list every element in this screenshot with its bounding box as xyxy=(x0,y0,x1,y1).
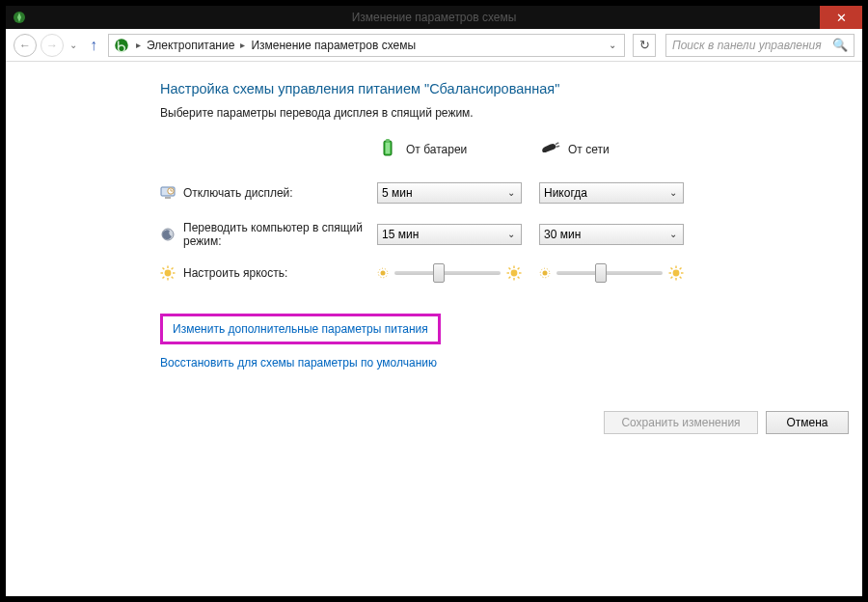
col-plugged-label: От сети xyxy=(568,143,610,156)
nav-bar: ← → ⌄ ↑ ▸ Электропитание ▸ Изменение пар… xyxy=(6,29,862,62)
col-battery-label: От батареи xyxy=(406,143,467,156)
svg-line-28 xyxy=(518,268,520,270)
chevron-right-icon: ▸ xyxy=(136,40,141,50)
breadcrumb-item-1[interactable]: Электропитание xyxy=(147,39,234,52)
footer-bar: Сохранить изменения Отмена xyxy=(0,403,868,446)
row-brightness: Настроить яркость: xyxy=(160,265,804,281)
sleep-plugged-select[interactable]: 30 мин ⌄ xyxy=(539,224,684,245)
sun-big-icon xyxy=(668,265,684,281)
search-placeholder: Поиск в панели управления xyxy=(672,39,822,52)
restore-defaults-link[interactable]: Восстановить для схемы параметры по умол… xyxy=(160,356,437,369)
control-panel-icon xyxy=(113,37,130,54)
title-bar: Изменение параметров схемы ✕ xyxy=(6,6,862,29)
window-title: Изменение параметров схемы xyxy=(6,11,862,24)
sleep-battery-select[interactable]: 15 мин ⌄ xyxy=(377,224,522,245)
page-subtext: Выберите параметры перевода дисплея в сп… xyxy=(160,106,804,120)
chevron-down-icon: ⌄ xyxy=(507,229,515,239)
display-off-plugged-select[interactable]: Никогда ⌄ xyxy=(539,182,684,204)
breadcrumb-item-2[interactable]: Изменение параметров схемы xyxy=(251,39,416,52)
svg-line-26 xyxy=(518,277,520,279)
svg-rect-7 xyxy=(165,197,171,199)
battery-icon xyxy=(377,137,398,161)
svg-line-14 xyxy=(163,268,165,270)
advanced-settings-link[interactable]: Изменить дополнительные параметры питани… xyxy=(173,322,428,336)
sun-icon xyxy=(160,265,176,281)
col-plugged: От сети xyxy=(539,137,684,161)
sun-small-icon xyxy=(377,267,389,279)
close-button[interactable]: ✕ xyxy=(820,6,862,29)
svg-line-16 xyxy=(163,277,165,279)
sleep-label: Переводить компьютер в спящий режим: xyxy=(183,221,366,248)
svg-line-27 xyxy=(509,277,511,279)
breadcrumb-dropdown[interactable]: ⌄ xyxy=(605,40,620,50)
breadcrumb[interactable]: ▸ Электропитание ▸ Изменение параметров … xyxy=(108,34,625,57)
brightness-battery-slider[interactable] xyxy=(377,265,522,281)
svg-line-37 xyxy=(680,277,682,279)
row-sleep: Переводить компьютер в спящий режим: 15 … xyxy=(160,221,804,248)
plug-icon xyxy=(539,137,560,161)
monitor-icon xyxy=(160,185,176,201)
title-buttons: ✕ xyxy=(820,6,862,29)
refresh-button[interactable]: ↻ xyxy=(633,34,656,57)
column-headers: От батареи От сети xyxy=(160,137,804,161)
sun-big-icon xyxy=(506,265,522,281)
svg-line-38 xyxy=(671,277,673,279)
sun-small-icon xyxy=(539,267,551,279)
app-icon xyxy=(12,10,27,25)
svg-line-15 xyxy=(172,277,174,279)
slider-track[interactable] xyxy=(556,271,663,275)
svg-line-39 xyxy=(680,268,682,270)
save-button[interactable]: Сохранить изменения xyxy=(604,411,758,434)
links: Изменить дополнительные параметры питани… xyxy=(160,314,804,381)
chevron-down-icon: ⌄ xyxy=(507,187,515,198)
svg-rect-3 xyxy=(386,139,390,142)
svg-point-20 xyxy=(511,270,518,277)
history-dropdown[interactable]: ⌄ xyxy=(68,40,79,50)
window: Изменение параметров схемы ✕ ← → ⌄ ↑ ▸ Э… xyxy=(6,6,862,596)
svg-point-29 xyxy=(543,271,548,276)
svg-point-1 xyxy=(115,39,128,52)
back-button[interactable]: ← xyxy=(14,34,37,57)
slider-thumb[interactable] xyxy=(433,263,445,283)
svg-line-36 xyxy=(671,268,673,270)
slider-track[interactable] xyxy=(394,271,501,275)
display-off-battery-select[interactable]: 5 мин ⌄ xyxy=(377,182,522,204)
svg-point-18 xyxy=(381,271,386,276)
moon-icon xyxy=(160,227,176,242)
search-input[interactable]: Поиск в панели управления 🔍 xyxy=(665,34,854,57)
page-heading: Настройка схемы управления питанием "Сба… xyxy=(160,81,804,96)
highlighted-link-box: Изменить дополнительные параметры питани… xyxy=(160,314,441,344)
svg-line-25 xyxy=(509,268,511,270)
svg-point-31 xyxy=(673,270,680,277)
col-battery: От батареи xyxy=(377,137,522,161)
display-off-label: Отключать дисплей: xyxy=(183,186,293,200)
forward-button[interactable]: → xyxy=(41,34,64,57)
up-button[interactable]: ↑ xyxy=(83,35,104,56)
svg-point-9 xyxy=(165,270,172,277)
svg-rect-4 xyxy=(386,143,391,154)
brightness-plugged-slider[interactable] xyxy=(539,265,684,281)
slider-thumb[interactable] xyxy=(595,263,607,283)
svg-line-17 xyxy=(172,268,174,270)
chevron-down-icon: ⌄ xyxy=(669,187,677,198)
chevron-down-icon: ⌄ xyxy=(669,229,677,239)
brightness-label: Настроить яркость: xyxy=(183,266,287,280)
chevron-right-icon: ▸ xyxy=(240,40,245,50)
content: Настройка схемы управления питанием "Сба… xyxy=(6,62,862,596)
search-icon: 🔍 xyxy=(832,38,848,52)
cancel-button[interactable]: Отмена xyxy=(766,411,849,434)
row-display-off: Отключать дисплей: 5 мин ⌄ Никогда ⌄ xyxy=(160,182,804,204)
